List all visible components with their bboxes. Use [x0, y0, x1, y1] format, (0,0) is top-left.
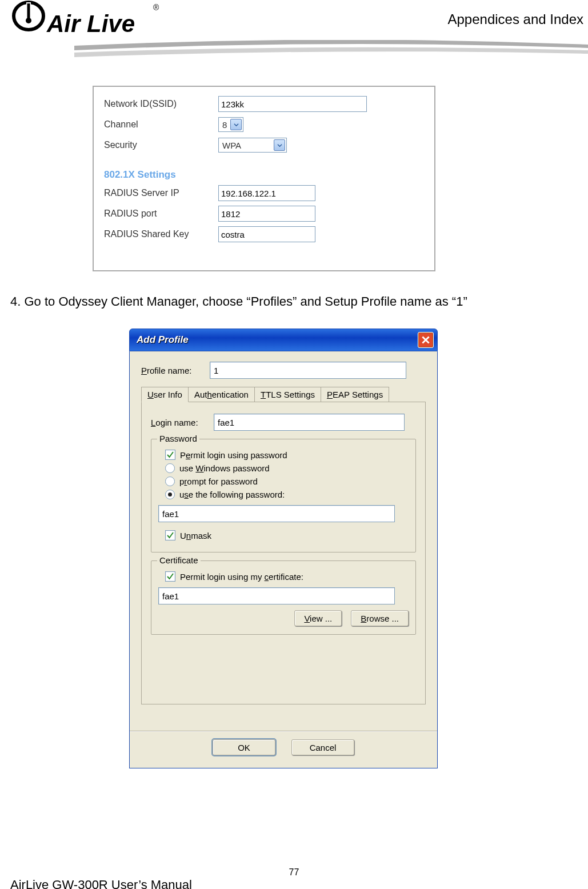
- radius-key-input[interactable]: [218, 226, 315, 242]
- dialog-titlebar[interactable]: Add Profile: [129, 329, 438, 351]
- tab-user-info[interactable]: User Info: [141, 387, 189, 402]
- radius-ip-input[interactable]: [218, 185, 315, 201]
- channel-select-value: 8: [222, 120, 227, 130]
- use-windows-password-radio[interactable]: [165, 463, 175, 473]
- header-swoosh-decoration: [74, 40, 588, 63]
- password-group: Password Permit login using password use…: [151, 439, 416, 552]
- permit-certificate-checkbox[interactable]: [165, 571, 175, 582]
- security-select-value: WPA: [222, 141, 241, 150]
- router-settings-panel: Network ID(SSID) Channel 8 Security WPA …: [93, 86, 435, 271]
- use-following-password-label: use the following password:: [179, 490, 285, 499]
- unmask-checkbox[interactable]: [165, 530, 175, 540]
- security-label: Security: [104, 140, 218, 150]
- tabs-bar: User Info Authentication TTLS Settings P…: [141, 387, 426, 402]
- unmask-label: Unmask: [180, 531, 211, 540]
- password-input[interactable]: [158, 505, 395, 522]
- security-select[interactable]: WPA: [218, 138, 287, 153]
- tab-peap[interactable]: PEAP Settings: [321, 387, 389, 402]
- channel-select[interactable]: 8: [218, 117, 243, 132]
- permit-certificate-label: Permit login using my certificate:: [180, 572, 303, 582]
- browse-button[interactable]: Browse ...: [351, 610, 409, 626]
- certificate-input[interactable]: [158, 587, 395, 604]
- svg-text:Air Live: Air Live: [46, 10, 135, 37]
- tm-icon: ®: [153, 3, 159, 12]
- logo-text: Air Live: [46, 10, 135, 37]
- dialog-separator: [130, 731, 437, 731]
- certificate-group: Certificate Permit login using my certif…: [151, 560, 416, 635]
- login-name-input[interactable]: [214, 414, 405, 431]
- close-icon[interactable]: [418, 332, 434, 348]
- permit-password-label: Permit login using password: [180, 450, 287, 460]
- footer-manual-title: AirLive GW-300R User’s Manual: [10, 878, 192, 889]
- instruction-step-4: 4. Go to Odyssey Client Manager, choose …: [10, 294, 467, 309]
- dialog-title: Add Profile: [133, 334, 418, 346]
- login-name-label: Login name:: [151, 418, 214, 427]
- chevron-down-icon: [274, 139, 285, 151]
- use-windows-password-label: use Windows password: [179, 463, 270, 473]
- tab-ttls[interactable]: TTLS Settings: [254, 387, 321, 402]
- radius-section-heading: 802.1X Settings: [104, 169, 424, 181]
- permit-password-checkbox[interactable]: [165, 450, 175, 460]
- radius-ip-label: RADIUS Server IP: [104, 188, 218, 198]
- radius-key-label: RADIUS Shared Key: [104, 229, 218, 239]
- ssid-label: Network ID(SSID): [104, 99, 218, 109]
- view-button[interactable]: View ...: [294, 610, 342, 626]
- channel-label: Channel: [104, 119, 218, 130]
- tab-panel-user-info: Login name: Password Permit login using …: [141, 402, 426, 704]
- footer-page-number: 77: [289, 867, 299, 878]
- prompt-password-radio[interactable]: [165, 476, 175, 486]
- certificate-legend: Certificate: [157, 555, 201, 565]
- radius-port-input[interactable]: [218, 206, 315, 222]
- ok-button[interactable]: OK: [213, 739, 275, 755]
- use-following-password-radio[interactable]: [165, 490, 175, 499]
- radius-port-label: RADIUS port: [104, 209, 218, 219]
- profile-name-label: Profile name:: [141, 366, 210, 375]
- document-page: Appendices and Index Air Live ® Network …: [0, 0, 588, 889]
- section-heading-text: Appendices and Index: [447, 11, 583, 27]
- prompt-password-label: prompt for password: [179, 476, 258, 486]
- password-legend: Password: [157, 434, 199, 443]
- dialog-body: Profile name: User Info Authentication T…: [129, 351, 438, 768]
- ssid-input[interactable]: [218, 96, 367, 112]
- cancel-button[interactable]: Cancel: [291, 739, 354, 755]
- profile-name-input[interactable]: [210, 362, 406, 379]
- chevron-down-icon: [230, 119, 242, 130]
- svg-point-3: [26, 18, 31, 23]
- tab-authentication[interactable]: Authentication: [188, 387, 255, 402]
- add-profile-dialog: Add Profile Profile name: User Info Auth…: [129, 329, 438, 768]
